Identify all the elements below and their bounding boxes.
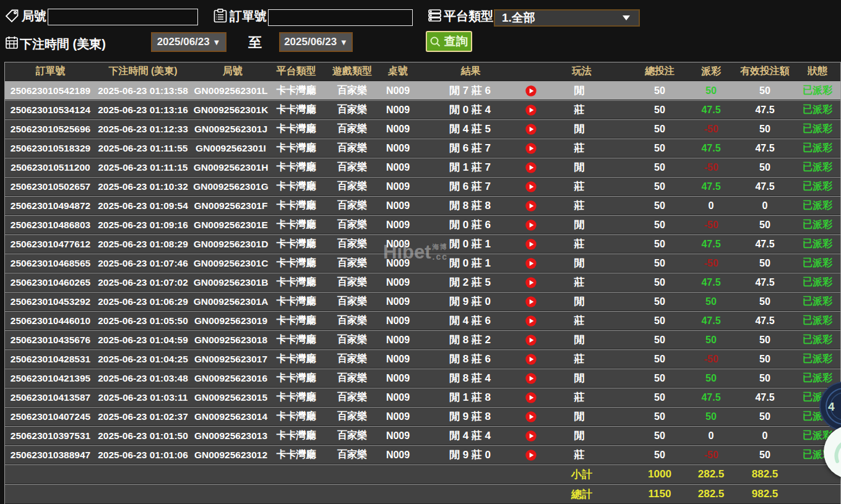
svg-text:4: 4 [828, 400, 835, 413]
